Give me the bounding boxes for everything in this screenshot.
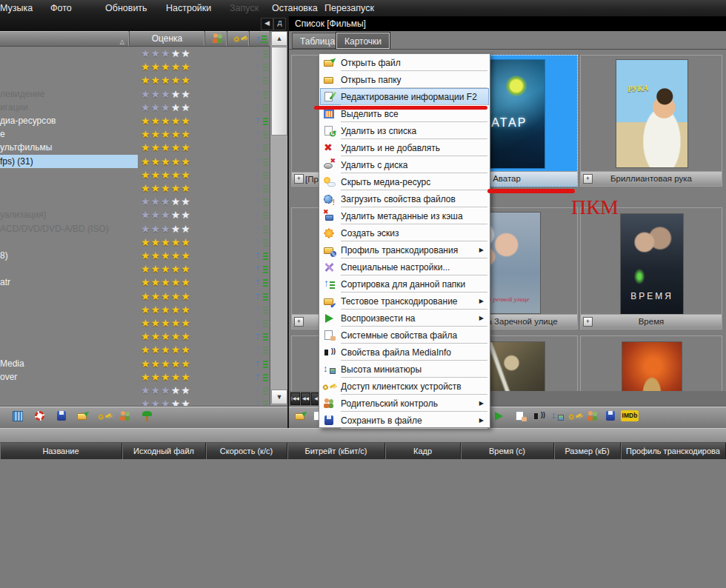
tree-row[interactable] [0,60,270,73]
menu-item-edit-info[interactable]: Редактирование информации F2 [320,88,489,105]
help-button[interactable] [31,410,46,425]
tab-cards[interactable]: Карточки [336,33,390,49]
menu-item-open-file[interactable]: Открыть файл [320,54,489,71]
column-name[interactable]: Название [0,443,122,459]
play-button[interactable] [490,410,504,425]
column-speed[interactable]: Скорость (к/с) [206,443,287,459]
thumb-height-button[interactable] [548,410,563,425]
tree-row[interactable]: ультфильмы [0,141,270,154]
tree-row[interactable] [0,195,270,208]
sort-column-header[interactable] [250,31,270,46]
menu-refresh[interactable]: Обновить [102,0,150,16]
scrollbar-thumb[interactable] [271,47,287,136]
menu-item-play-on[interactable]: Воспроизвести на [320,310,489,327]
tree-row[interactable]: е [0,127,270,141]
menu-item-transcode-profile[interactable]: Профиль транскодирования [320,241,489,258]
menu-settings[interactable]: Настройки [163,0,214,16]
access-button[interactable] [96,410,110,425]
rating-column-header[interactable]: Оценка [130,31,205,46]
tree-row[interactable] [0,316,270,330]
scroll-down-button[interactable]: ▼ [271,390,287,404]
tree-row[interactable]: ACD/DVD/DVD-A/BD (ISO) [0,222,270,235]
pin-panel-button[interactable]: Д [273,18,286,30]
menu-item-special-settings[interactable]: Специальные настройки... [320,258,489,275]
menu-item-system-properties[interactable]: Системные свойства файла [320,327,489,344]
column-frame[interactable]: Кадр [385,443,461,459]
menu-item-thumb-height[interactable]: Высота миниатюры [320,361,489,378]
scroll-up-button[interactable]: ▲ [271,31,287,46]
vacation-button[interactable] [138,410,153,425]
mosaic-button[interactable] [9,410,24,425]
tree-row[interactable]: atr [0,275,270,289]
access-button[interactable] [566,410,581,425]
expand-card-button[interactable]: + [583,317,593,327]
menu-item-test-transcode[interactable]: Тестовое транскодирование [320,293,489,310]
menu-item-folder-sort[interactable]: Сортировка для данной папки [320,275,489,293]
tree-row[interactable] [0,303,270,316]
tree-row[interactable] [0,343,270,356]
mediainfo-button[interactable] [530,410,544,425]
media-card-vremya[interactable]: ВРЕМЯ + Время [580,207,722,330]
column-bitrate[interactable]: Битрейт (кБит/с) [287,443,385,459]
save-button[interactable] [53,410,67,425]
save-button[interactable] [602,410,616,425]
first-page-button[interactable]: |◀◀ [290,392,300,405]
tab-table[interactable]: Таблица [292,33,343,49]
tree-row[interactable]: Media [0,357,270,370]
access-column-header[interactable] [227,31,250,46]
collapse-panel-button[interactable]: ◀ [261,18,273,30]
tree-name-column-header[interactable]: △ [0,31,130,46]
parental-column-header[interactable] [205,31,227,46]
tree-row[interactable]: уализация) [0,208,270,221]
menu-item-hide-media[interactable]: Скрыть медиа-ресурс [320,173,489,190]
expand-card-button[interactable]: + [294,317,304,327]
menu-photo[interactable]: Фото [47,0,75,16]
imdb-button[interactable]: IMDb [621,410,639,421]
menu-music[interactable]: Музыка [0,0,36,16]
tree-row[interactable]: диа-ресурсов [0,114,270,127]
menu-item-delete-metadata[interactable]: Удалить метаданные из кэша [320,207,489,224]
tree-row[interactable]: игации [0,101,270,114]
tree-row[interactable] [0,235,270,249]
menu-item-create-thumbnail[interactable]: Создать эскиз [320,224,489,241]
rating-stars [141,87,230,101]
menu-stop[interactable]: Остановка [269,0,321,16]
menu-item-delete-from-disk[interactable]: Удалить с диска [320,156,489,173]
tree-row[interactable] [0,168,270,181]
menu-item-save-to-file[interactable]: Сохранить в файле [320,412,489,429]
column-size[interactable]: Размер (кБ) [554,443,621,459]
menu-item-mediainfo[interactable]: Свойства файла MediaInfo [320,344,489,361]
column-time[interactable]: Время (с) [461,443,554,459]
open-folder-button[interactable] [73,410,88,425]
column-source[interactable]: Исходный файл [122,443,206,459]
tree-row-selected[interactable]: fps) (31) [0,155,270,168]
tree-row[interactable] [0,330,270,343]
tree-row[interactable] [0,47,270,60]
tree-row[interactable] [0,73,270,87]
sys-props-button[interactable] [511,410,526,425]
tree-row[interactable]: over [0,370,270,384]
media-card-brilliant[interactable]: РУКА + Бриллиантовая рука [580,55,722,187]
play-icon [493,410,505,422]
menu-item-client-access[interactable]: Доступ клиентских устройств [320,378,489,395]
tree-row[interactable]: 8) [0,249,270,262]
menu-item-delete-no-add[interactable]: Удалить и не добавлять [320,139,489,156]
open-folder-button[interactable] [291,410,306,425]
menu-item-remove-from-list[interactable]: Удалить из списка [320,122,489,139]
expand-card-button[interactable]: + [294,174,304,184]
prev-fast-button[interactable]: ◀◀ [301,392,310,405]
tree-row[interactable] [0,384,270,397]
tree-row[interactable] [0,262,270,275]
tree-row[interactable] [0,290,270,303]
parental-button[interactable] [116,410,131,425]
parental-button[interactable] [584,410,599,425]
menu-item-open-folder[interactable]: Открыть папку [320,71,489,88]
tree-row[interactable] [0,181,270,195]
menu-item-parental-control[interactable]: Родительский контроль [320,395,489,412]
expand-card-button[interactable]: + [583,174,593,184]
tree-row[interactable]: левидение [0,87,270,101]
column-profile[interactable]: Профиль транскодирова [621,443,726,459]
tree-scrollbar[interactable]: ▲ ▼ [270,31,287,405]
menu-item-load-properties[interactable]: Загрузить свойства файлов [320,190,489,207]
menu-restart[interactable]: Перезапуск [322,0,377,16]
